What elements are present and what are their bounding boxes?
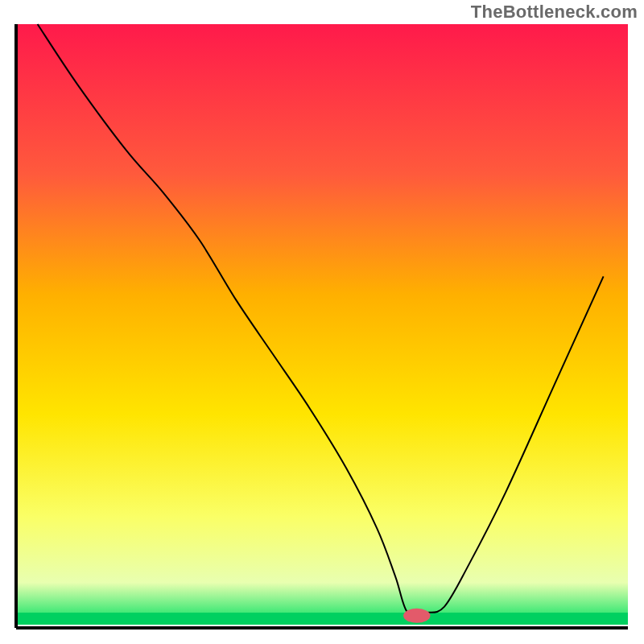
bottleneck-chart xyxy=(0,0,644,644)
chart-background xyxy=(16,24,628,625)
optimum-marker xyxy=(403,609,430,623)
baseline-green-band xyxy=(16,613,628,625)
watermark-text: TheBottleneck.com xyxy=(471,2,638,23)
